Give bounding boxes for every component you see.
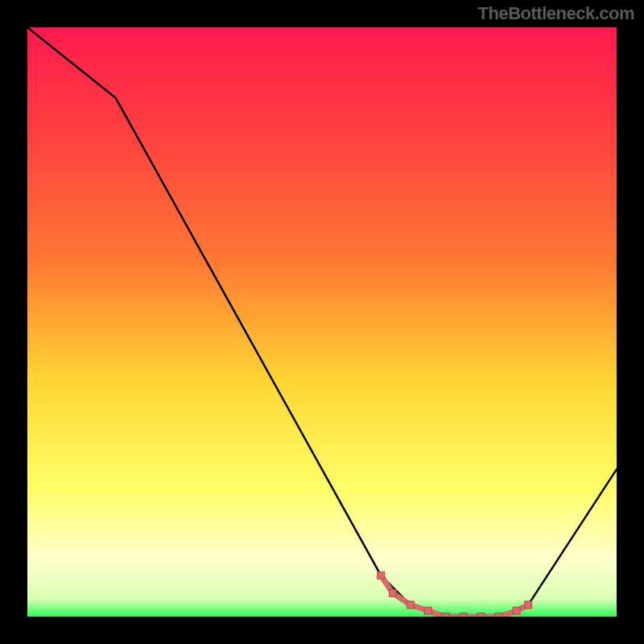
optimal-marker — [525, 601, 532, 609]
gradient-background — [27, 27, 617, 617]
watermark-text: TheBottleneck.com — [478, 3, 634, 24]
optimal-marker — [424, 607, 431, 614]
optimal-marker — [513, 607, 520, 614]
chart-frame: TheBottleneck.com — [0, 0, 644, 644]
optimal-marker — [407, 601, 414, 609]
optimal-marker — [389, 589, 396, 597]
chart-plot-area — [27, 27, 617, 617]
optimal-marker — [460, 613, 467, 617]
optimal-marker — [378, 572, 385, 579]
optimal-marker — [442, 613, 449, 617]
optimal-marker — [495, 613, 502, 617]
chart-svg — [27, 27, 617, 617]
optimal-marker — [477, 613, 485, 617]
